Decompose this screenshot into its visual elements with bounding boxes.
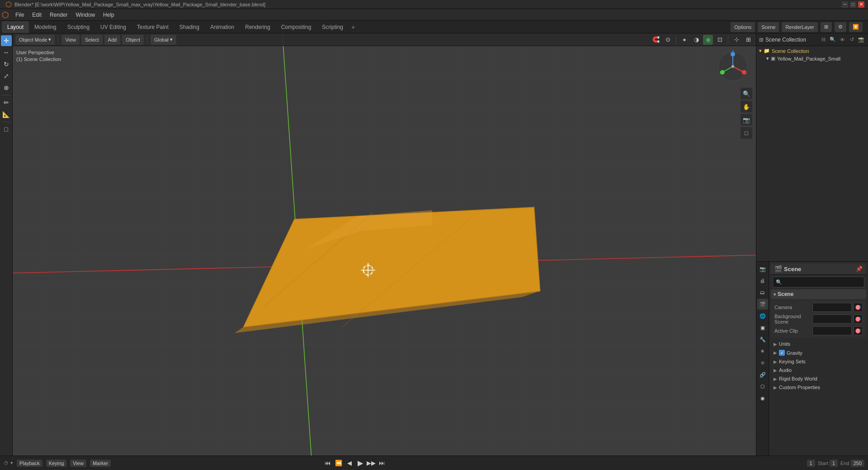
minimize-btn[interactable]: ─ bbox=[842, 1, 848, 8]
scene-props-icon[interactable]: 🎬 bbox=[757, 299, 768, 310]
maximize-btn[interactable]: □ bbox=[850, 1, 856, 8]
scene-selector[interactable]: Scene bbox=[758, 22, 779, 32]
outliner-filter[interactable]: 🔽 bbox=[849, 22, 863, 32]
start-frame-field[interactable]: 1 bbox=[830, 460, 838, 467]
camera-view-btn[interactable]: 📷 bbox=[741, 114, 752, 126]
custom-properties-section[interactable]: ▶ Custom Properties bbox=[771, 383, 866, 391]
gravity-section[interactable]: ▶ ✓ Gravity bbox=[771, 348, 866, 357]
add-menu[interactable]: Add bbox=[104, 35, 121, 45]
xray-toggle-btn[interactable]: ⊡ bbox=[715, 35, 725, 45]
output-props-icon[interactable]: 🖨 bbox=[757, 275, 768, 286]
outliner-render-btn[interactable]: 📸 bbox=[857, 36, 865, 44]
mail-package-item[interactable]: ▾ ▣ Yellow_Mail_Package_Small bbox=[757, 55, 867, 62]
scale-tool-btn[interactable]: ⤢ bbox=[1, 70, 12, 81]
cursor-tool-btn[interactable]: ✛ bbox=[1, 35, 12, 46]
particles-props-icon[interactable]: ✳ bbox=[757, 346, 768, 357]
select-menu[interactable]: Select bbox=[81, 35, 103, 45]
scene-section-header[interactable]: ▾ Scene bbox=[771, 289, 866, 299]
snap-icon[interactable]: 🧲 bbox=[651, 35, 661, 45]
tab-animation[interactable]: Animation bbox=[205, 21, 240, 33]
props-search[interactable]: 🔍 bbox=[773, 277, 864, 287]
keying-sets-section[interactable]: ▶ Keying Sets bbox=[771, 357, 866, 366]
annotate-tool-btn[interactable]: ✏ bbox=[1, 97, 12, 108]
render-layer-selector[interactable]: RenderLayer bbox=[782, 22, 818, 32]
current-frame-field[interactable]: 1 bbox=[807, 460, 815, 467]
tab-uv-editing[interactable]: UV Editing bbox=[95, 21, 132, 33]
proportional-edit-icon[interactable]: ⊙ bbox=[663, 35, 673, 45]
background-scene-field[interactable] bbox=[812, 315, 852, 324]
close-btn[interactable]: ✕ bbox=[858, 1, 864, 8]
play-btn[interactable]: ▶ bbox=[355, 458, 365, 468]
play-back-btn[interactable]: ◀ bbox=[344, 458, 354, 468]
camera-pick-btn[interactable]: 🎯 bbox=[854, 303, 863, 312]
menu-help[interactable]: Help bbox=[99, 10, 118, 20]
audio-section[interactable]: ▶ Audio bbox=[771, 366, 866, 374]
object-mode-dropdown[interactable]: Object Mode ▾ bbox=[15, 35, 55, 45]
outliner-visibility-btn[interactable]: 👁 bbox=[838, 36, 846, 44]
tab-modeling[interactable]: Modeling bbox=[29, 21, 62, 33]
solid-shading-btn[interactable]: ● bbox=[679, 35, 689, 45]
units-section[interactable]: ▶ Units bbox=[771, 340, 866, 348]
outliner-select-btn[interactable]: ↺ bbox=[848, 36, 856, 44]
keying-menu[interactable]: Keying bbox=[46, 460, 67, 467]
render-props-icon[interactable]: 📷 bbox=[757, 263, 768, 274]
object-menu[interactable]: Object bbox=[122, 35, 144, 45]
viewport-gizmo-btn[interactable]: ⊹ bbox=[731, 35, 741, 45]
tab-shading[interactable]: Shading bbox=[174, 21, 205, 33]
active-clip-field[interactable] bbox=[812, 326, 852, 335]
options-btn[interactable]: Options bbox=[731, 22, 755, 32]
rigid-body-world-section[interactable]: ▶ Rigid Body World bbox=[771, 375, 866, 383]
rotate-tool-btn[interactable]: ↻ bbox=[1, 59, 12, 70]
viewport-filter[interactable]: ⊞ bbox=[821, 22, 832, 32]
menu-file[interactable]: File bbox=[12, 10, 28, 20]
rendered-preview-btn[interactable]: ◉ bbox=[703, 35, 713, 45]
object-props-icon[interactable]: ▣ bbox=[757, 322, 768, 333]
pin-icon[interactable]: 📌 bbox=[856, 266, 863, 272]
window-controls[interactable]: ─ □ ✕ bbox=[842, 1, 864, 8]
view-menu-tl[interactable]: View bbox=[70, 460, 86, 467]
data-props-icon[interactable]: ⬡ bbox=[757, 381, 768, 392]
ortho-view-btn[interactable]: □ bbox=[741, 127, 752, 139]
viewport-3d[interactable]: Object Mode ▾ View Select Add Object Glo… bbox=[13, 33, 756, 456]
tab-texture-paint[interactable]: Texture Paint bbox=[132, 21, 174, 33]
navigation-gizmo[interactable]: Z X Y bbox=[717, 51, 749, 82]
tab-layout[interactable]: Layout bbox=[2, 21, 29, 33]
active-clip-pick-btn[interactable]: 🎯 bbox=[854, 326, 863, 335]
viewport-settings[interactable]: ⚙ bbox=[835, 22, 846, 32]
measure-tool-btn[interactable]: 📐 bbox=[1, 109, 12, 120]
global-dropdown[interactable]: Global ▾ bbox=[151, 35, 176, 45]
background-scene-pick-btn[interactable]: 🎯 bbox=[854, 315, 863, 324]
jump-back-btn[interactable]: ⏪ bbox=[334, 458, 344, 468]
jump-end-btn[interactable]: ⏭ bbox=[377, 458, 387, 468]
material-props-icon[interactable]: ◉ bbox=[757, 393, 768, 404]
scene-collection-item[interactable]: ▾ 📁 Scene Collection bbox=[757, 47, 867, 55]
tab-compositing[interactable]: Compositing bbox=[276, 21, 317, 33]
play-forward-btn[interactable]: ▶▶ bbox=[366, 458, 376, 468]
menu-window[interactable]: Window bbox=[72, 10, 99, 20]
view-layer-props-icon[interactable]: 🗂 bbox=[757, 287, 768, 298]
end-frame-field[interactable]: 250 bbox=[851, 460, 864, 467]
tab-rendering[interactable]: Rendering bbox=[240, 21, 275, 33]
marker-menu[interactable]: Marker bbox=[90, 460, 111, 467]
transform-tool-btn[interactable]: ⊕ bbox=[1, 82, 12, 93]
add-workspace-btn[interactable]: + bbox=[349, 22, 358, 33]
camera-field[interactable] bbox=[812, 303, 852, 312]
menu-edit[interactable]: Edit bbox=[28, 10, 45, 20]
tab-scripting[interactable]: Scripting bbox=[316, 21, 349, 33]
hand-tool-btn[interactable]: ✋ bbox=[741, 101, 752, 113]
tab-sculpting[interactable]: Sculpting bbox=[62, 21, 95, 33]
menu-render[interactable]: Render bbox=[46, 10, 71, 20]
move-tool-btn[interactable]: ↔ bbox=[1, 47, 12, 58]
view-menu[interactable]: View bbox=[61, 35, 80, 45]
playback-menu[interactable]: Playback bbox=[17, 460, 42, 467]
outliner-search-btn[interactable]: 🔍 bbox=[829, 36, 837, 44]
viewport-overlay-btn[interactable]: ⊞ bbox=[743, 35, 753, 45]
constraints-props-icon[interactable]: 🔗 bbox=[757, 369, 768, 380]
physics-props-icon[interactable]: ⚛ bbox=[757, 357, 768, 368]
add-cube-btn[interactable]: □ bbox=[1, 124, 12, 135]
zoom-in-btn[interactable]: 🔍 bbox=[741, 88, 752, 99]
material-preview-btn[interactable]: ◑ bbox=[691, 35, 701, 45]
modifier-props-icon[interactable]: 🔧 bbox=[757, 334, 768, 345]
outliner-filter-btn[interactable]: ⊟ bbox=[819, 36, 827, 44]
gravity-checkbox[interactable]: ✓ bbox=[779, 350, 785, 356]
